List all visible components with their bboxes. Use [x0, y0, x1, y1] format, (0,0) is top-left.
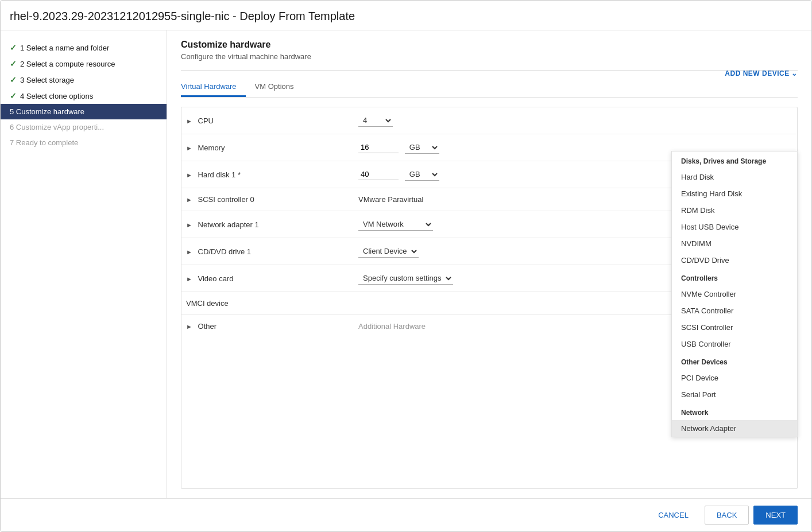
sidebar-item-label: 2 Select a compute resource	[20, 60, 115, 68]
scsi-value: VMware Paravirtual	[358, 195, 423, 204]
sidebar-item-label: 6 Customize vApp properti...	[10, 123, 104, 131]
dropdown-item-host-usb-device[interactable]: Host USB Device	[672, 219, 797, 235]
content-header: Customize hardware Configure the virtual…	[181, 40, 798, 68]
hw-row-cpu: ► CPU 124816	[181, 107, 797, 134]
content-area: Customize hardware Configure the virtual…	[167, 30, 811, 498]
dropdown-section-disks,-drives-and-storage: Disks, Drives and Storage	[672, 152, 797, 169]
content-heading: Customize hardware	[181, 40, 798, 50]
sidebar-item-label: 4 Select clone options	[20, 92, 93, 100]
other-expand-icon[interactable]: ►	[186, 323, 192, 330]
sidebar: ✓1 Select a name and folder✓2 Select a c…	[1, 30, 167, 498]
network-label: ► Network adapter 1	[181, 211, 354, 238]
videocard-select[interactable]: Specify custom settings	[358, 272, 453, 285]
dropdown-item-existing-hard-disk[interactable]: Existing Hard Disk	[672, 185, 797, 202]
check-icon: ✓	[10, 75, 17, 84]
dropdown-item-cd/dvd-drive[interactable]: CD/DVD Drive	[672, 252, 797, 269]
memory-expand-icon[interactable]: ►	[186, 145, 192, 152]
scsi-label: ► SCSI controller 0	[181, 188, 354, 211]
tab-virtual-hardware[interactable]: Virtual Hardware	[181, 77, 246, 97]
sidebar-item-label: 3 Select storage	[20, 76, 74, 84]
cddvd-label: ► CD/DVD drive 1	[181, 238, 354, 265]
cancel-button[interactable]: CANCEL	[647, 506, 700, 524]
network-select[interactable]: VM Network	[358, 218, 433, 231]
sidebar-item-step7: 7 Ready to complete	[1, 135, 167, 150]
hard-disk-label: ► Hard disk 1 *	[181, 161, 354, 188]
tabs-bar: Virtual HardwareVM Options	[181, 77, 798, 98]
dropdown-item-network-adapter[interactable]: Network Adapter	[672, 420, 797, 437]
header-divider	[181, 70, 798, 71]
sidebar-item-step5[interactable]: 5 Customize hardware	[1, 104, 167, 119]
dropdown-section-other-devices: Other Devices	[672, 352, 797, 370]
modal-container: rhel-9.2023.29-20231212012955-single-nic…	[0, 0, 812, 532]
videocard-label: ► Video card	[181, 265, 354, 292]
check-icon: ✓	[10, 43, 17, 52]
check-icon: ✓	[10, 91, 17, 100]
sidebar-item-step1[interactable]: ✓1 Select a name and folder	[1, 40, 167, 56]
tab-vm-options[interactable]: VM Options	[255, 77, 303, 97]
dropdown-section-network: Network	[672, 403, 797, 420]
sidebar-item-step2[interactable]: ✓2 Select a compute resource	[1, 56, 167, 72]
cddvd-select[interactable]: Client Device	[358, 245, 419, 258]
dropdown-item-usb-controller[interactable]: USB Controller	[672, 336, 797, 352]
sidebar-item-step4[interactable]: ✓4 Select clone options	[1, 88, 167, 104]
add-device-dropdown[interactable]: Disks, Drives and StorageHard DiskExisti…	[671, 151, 798, 437]
sidebar-item-step6: 6 Customize vApp properti...	[1, 119, 167, 135]
cpu-label: ► CPU	[181, 107, 354, 134]
hard-disk-unit-select[interactable]: KBMBGBTB	[405, 168, 439, 181]
dropdown-item-nvdimm[interactable]: NVDIMM	[672, 235, 797, 252]
back-button[interactable]: BACK	[705, 506, 749, 525]
dropdown-item-hard-disk[interactable]: Hard Disk	[672, 169, 797, 185]
dropdown-item-sata-controller[interactable]: SATA Controller	[672, 302, 797, 319]
dropdown-item-scsi-controller[interactable]: SCSI Controller	[672, 319, 797, 336]
next-button[interactable]: NEXT	[753, 506, 798, 525]
network-expand-icon[interactable]: ►	[186, 222, 192, 228]
modal-body: ✓1 Select a name and folder✓2 Select a c…	[1, 30, 811, 498]
cddvd-expand-icon[interactable]: ►	[186, 248, 192, 255]
hard-disk-expand-icon[interactable]: ►	[186, 172, 192, 178]
dropdown-item-nvme-controller[interactable]: NVMe Controller	[672, 286, 797, 302]
check-icon: ✓	[10, 59, 17, 68]
memory-label: ► Memory	[181, 134, 354, 161]
other-label: ► Other	[181, 315, 354, 338]
vmci-label: VMCI device	[181, 292, 354, 315]
modal-footer: CANCEL BACK NEXT	[1, 498, 811, 531]
modal-title: rhel-9.2023.29-20231212012955-single-nic…	[1, 1, 811, 30]
other-value: Additional Hardware	[358, 322, 426, 331]
sidebar-item-step3[interactable]: ✓3 Select storage	[1, 72, 167, 88]
sidebar-item-label: 5 Customize hardware	[10, 107, 84, 116]
cpu-select[interactable]: 124816	[358, 114, 393, 127]
memory-value-input[interactable]	[358, 142, 399, 153]
sidebar-item-label: 1 Select a name and folder	[20, 44, 109, 52]
dropdown-item-pci-device[interactable]: PCI Device	[672, 370, 797, 386]
content-subheading: Configure the virtual machine hardware	[181, 52, 798, 61]
hard-disk-value-input[interactable]	[358, 169, 399, 180]
dropdown-section-controllers: Controllers	[672, 269, 797, 286]
dropdown-item-rdm-disk[interactable]: RDM Disk	[672, 202, 797, 219]
videocard-expand-icon[interactable]: ►	[186, 275, 192, 282]
scsi-expand-icon[interactable]: ►	[186, 196, 192, 203]
cpu-value-cell: 124816	[354, 107, 797, 134]
cpu-expand-icon[interactable]: ►	[186, 118, 192, 125]
sidebar-item-label: 7 Ready to complete	[10, 138, 78, 147]
dropdown-item-serial-port[interactable]: Serial Port	[672, 386, 797, 403]
add-new-device-button[interactable]: ADD NEW DEVICE ⌄	[725, 69, 798, 77]
memory-unit-select[interactable]: KBMBGBTB	[405, 141, 439, 154]
